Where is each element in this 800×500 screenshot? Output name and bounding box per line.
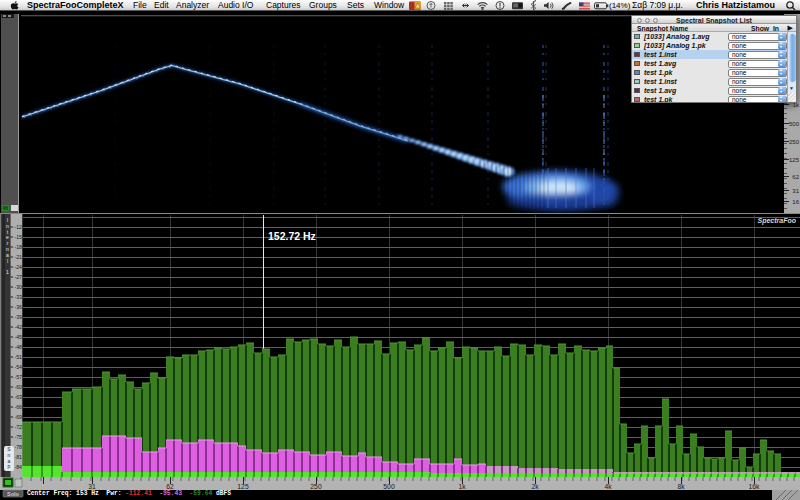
- svg-text:31: 31: [88, 483, 96, 490]
- svg-text:-24: -24: [15, 264, 23, 270]
- svg-text:8k: 8k: [677, 483, 685, 490]
- svg-text:-54: -54: [15, 364, 23, 370]
- svg-text:Center Freq: 153 Hz Pwr: -112: Center Freq: 153 Hz Pwr: -112.41 -95.43 …: [27, 490, 231, 497]
- svg-text:-42: -42: [15, 324, 23, 330]
- svg-text:-57: -57: [15, 374, 23, 380]
- svg-text:125: 125: [789, 157, 800, 163]
- svg-text:-15: -15: [15, 234, 23, 240]
- svg-text:62: 62: [166, 483, 174, 490]
- svg-text:125: 125: [237, 483, 249, 490]
- svg-text:-18: -18: [15, 244, 23, 250]
- svg-text:-84: -84: [15, 464, 23, 470]
- svg-text:-63: -63: [15, 394, 23, 400]
- svg-text:250: 250: [310, 483, 322, 490]
- svg-text:Solo: Solo: [7, 491, 20, 497]
- svg-text:-45: -45: [15, 334, 23, 340]
- svg-text:152.72 Hz: 152.72 Hz: [268, 230, 316, 242]
- svg-text:31: 31: [792, 188, 799, 194]
- svg-text:4k: 4k: [604, 483, 612, 490]
- svg-text:2k: 2k: [531, 483, 539, 490]
- svg-text:-39: -39: [15, 314, 23, 320]
- svg-text:62: 62: [792, 174, 799, 180]
- svg-text:-27: -27: [15, 274, 23, 280]
- svg-text:-78: -78: [15, 444, 23, 450]
- svg-text:-33: -33: [15, 294, 23, 300]
- svg-text:16: 16: [792, 199, 799, 205]
- svg-text:-30: -30: [15, 284, 23, 290]
- svg-text:-60: -60: [15, 384, 23, 390]
- svg-text:1k: 1k: [458, 483, 466, 490]
- svg-text:-12: -12: [15, 224, 23, 230]
- svg-text:-36: -36: [15, 304, 23, 310]
- svg-text:-72: -72: [15, 424, 23, 430]
- svg-text:500: 500: [789, 121, 800, 127]
- svg-text:250: 250: [789, 139, 800, 145]
- svg-text:500: 500: [383, 483, 395, 490]
- svg-text:-66: -66: [15, 404, 23, 410]
- svg-text:-48: -48: [15, 344, 23, 350]
- svg-text:-69: -69: [15, 414, 23, 420]
- svg-text:-51: -51: [15, 354, 23, 360]
- svg-text:-81: -81: [15, 454, 23, 460]
- svg-text:-75: -75: [15, 434, 23, 440]
- svg-text:SpectraFoo: SpectraFoo: [757, 217, 796, 225]
- svg-text:-21: -21: [15, 254, 23, 260]
- svg-text:16k: 16k: [749, 483, 761, 490]
